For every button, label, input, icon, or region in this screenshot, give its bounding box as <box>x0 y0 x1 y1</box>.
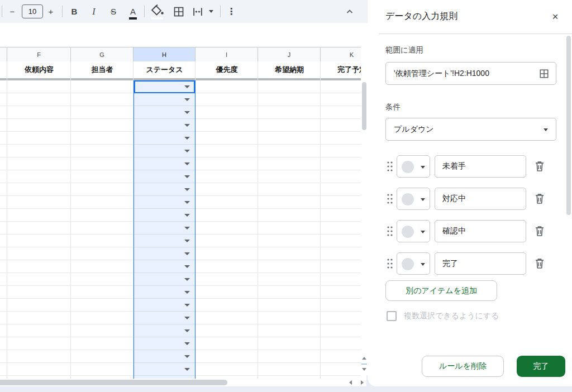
font-size-increase-button[interactable]: + <box>44 0 58 23</box>
horizontal-scrollbar[interactable] <box>0 379 368 386</box>
cell-dropdown-icon[interactable] <box>184 137 190 140</box>
cell-dropdown-icon[interactable] <box>184 175 190 178</box>
delete-item-icon[interactable] <box>534 225 545 237</box>
dropdown-item-row: 対応中 <box>368 188 572 210</box>
delete-item-icon[interactable] <box>534 193 545 205</box>
selected-column-range[interactable] <box>134 80 196 379</box>
cell-dropdown-icon[interactable] <box>184 317 190 319</box>
delete-rule-button[interactable]: ルールを削除 <box>422 356 504 377</box>
color-circle-icon <box>402 258 414 270</box>
cell-dropdown-icon[interactable] <box>184 355 190 358</box>
cell-dropdown-icon[interactable] <box>184 291 190 294</box>
bold-button[interactable]: B <box>68 0 81 23</box>
drag-handle-icon[interactable] <box>387 193 393 205</box>
merge-cells-dropdown[interactable] <box>206 0 216 23</box>
condition-select[interactable]: プルダウン <box>385 118 556 141</box>
toolbar-separator <box>62 6 63 17</box>
cell-dropdown-icon[interactable] <box>184 150 190 152</box>
multiselect-checkbox[interactable] <box>387 311 397 321</box>
panel-scrollbar-thumb[interactable] <box>566 36 571 215</box>
cell-dropdown-icon[interactable] <box>184 342 190 345</box>
scroll-left-icon[interactable] <box>349 380 352 385</box>
text-color-swatch <box>129 17 137 20</box>
vertical-scrollbar[interactable] <box>361 47 368 379</box>
borders-button[interactable] <box>171 0 187 23</box>
item-value-input[interactable]: 未着手 <box>435 155 526 178</box>
column-letter-G[interactable]: G <box>71 47 134 61</box>
apply-to-range-label: 範囲に適用 <box>385 45 423 55</box>
paint-bucket-icon <box>151 4 164 20</box>
cell-dropdown-icon[interactable] <box>184 240 190 242</box>
item-color-selector[interactable] <box>397 188 430 210</box>
item-value-input[interactable]: 完了 <box>435 252 526 275</box>
strikethrough-button[interactable]: S <box>107 0 120 23</box>
add-item-button[interactable]: 別のアイテムを追加 <box>385 280 497 301</box>
cell-dropdown-icon[interactable] <box>184 201 190 204</box>
cell-dropdown-icon[interactable] <box>184 85 190 88</box>
color-circle-icon <box>402 161 414 173</box>
scroll-down-icon[interactable] <box>362 368 366 371</box>
delete-item-icon[interactable] <box>534 160 545 173</box>
item-color-selector[interactable] <box>397 155 430 178</box>
item-value: 完了 <box>442 259 458 269</box>
cell-dropdown-icon[interactable] <box>184 214 190 217</box>
item-value-input[interactable]: 対応中 <box>435 188 526 210</box>
color-circle-icon <box>402 193 414 205</box>
column-letter[interactable] <box>0 47 7 61</box>
sheet-header-cell[interactable]: 希望納期 <box>258 61 321 78</box>
sheet-header-cell[interactable]: 優先度 <box>196 61 258 78</box>
drag-handle-icon[interactable] <box>387 257 393 270</box>
sheet-header-cell[interactable]: 完了予定 <box>321 61 361 78</box>
condition-label: 条件 <box>385 102 401 112</box>
dropdown-item-row: 確認中 <box>368 220 572 242</box>
column-letter-I[interactable]: I <box>196 47 258 61</box>
toolbar-overflow-button[interactable]: ⋮ <box>225 0 238 23</box>
delete-item-icon[interactable] <box>534 257 545 270</box>
cell-dropdown-icon[interactable] <box>184 304 190 307</box>
column-letter-K[interactable]: K <box>321 47 361 61</box>
scroll-right-icon[interactable] <box>361 380 364 385</box>
font-size-decrease-button[interactable]: − <box>6 0 19 23</box>
text-color-button[interactable]: A <box>126 0 140 23</box>
column-letter-J[interactable]: J <box>258 47 321 61</box>
range-input[interactable]: '依頼管理シート'!H2:H1000 <box>385 62 556 85</box>
item-color-selector[interactable] <box>397 220 430 242</box>
scroll-up-icon[interactable] <box>362 357 366 360</box>
sheet-header-cell[interactable]: 担当者 <box>71 61 134 78</box>
column-letter-F[interactable]: F <box>7 47 71 61</box>
cell-dropdown-icon[interactable] <box>184 162 190 165</box>
close-icon[interactable]: × <box>547 9 563 25</box>
font-size-input[interactable]: 10 <box>22 4 43 18</box>
cell-dropdown-icon[interactable] <box>184 252 190 255</box>
vertical-scrollbar-thumb[interactable] <box>362 82 366 130</box>
sheet-header-cell[interactable]: 依頼内容 <box>7 61 71 78</box>
collapse-toolbar-button[interactable] <box>342 0 358 23</box>
cell-dropdown-icon[interactable] <box>184 329 190 332</box>
spreadsheet-grid: FGHIJK 依頼内容担当者ステータス優先度希望納期完了予定 <box>0 47 361 379</box>
cell-dropdown-icon[interactable] <box>184 111 190 114</box>
column-letter-H[interactable]: H <box>134 47 196 61</box>
done-button[interactable]: 完了 <box>517 356 565 377</box>
sheet-header-cell[interactable]: ステータス <box>134 61 196 78</box>
cell-dropdown-icon[interactable] <box>184 98 190 101</box>
cell-dropdown-icon[interactable] <box>184 265 190 268</box>
cell-dropdown-icon[interactable] <box>184 188 190 191</box>
cell-dropdown-icon[interactable] <box>184 227 190 230</box>
italic-button[interactable]: I <box>87 0 101 23</box>
panel-title: データの入力規則 <box>385 11 457 22</box>
cell-dropdown-icon[interactable] <box>184 124 190 127</box>
chevron-down-icon <box>421 263 425 266</box>
item-value-input[interactable]: 確認中 <box>435 220 526 242</box>
drag-handle-icon[interactable] <box>387 225 393 237</box>
merge-cells-button[interactable] <box>190 0 205 23</box>
panel-divider <box>379 34 572 34</box>
drag-handle-icon[interactable] <box>387 160 393 173</box>
chevron-up-icon <box>345 7 354 16</box>
item-color-selector[interactable] <box>397 252 430 275</box>
fill-color-button[interactable] <box>150 0 165 23</box>
chevron-down-icon <box>421 166 425 169</box>
select-range-icon[interactable] <box>539 69 549 79</box>
cell-dropdown-icon[interactable] <box>184 278 190 281</box>
horizontal-scrollbar-thumb[interactable] <box>0 380 227 385</box>
cell-dropdown-icon[interactable] <box>184 368 190 371</box>
